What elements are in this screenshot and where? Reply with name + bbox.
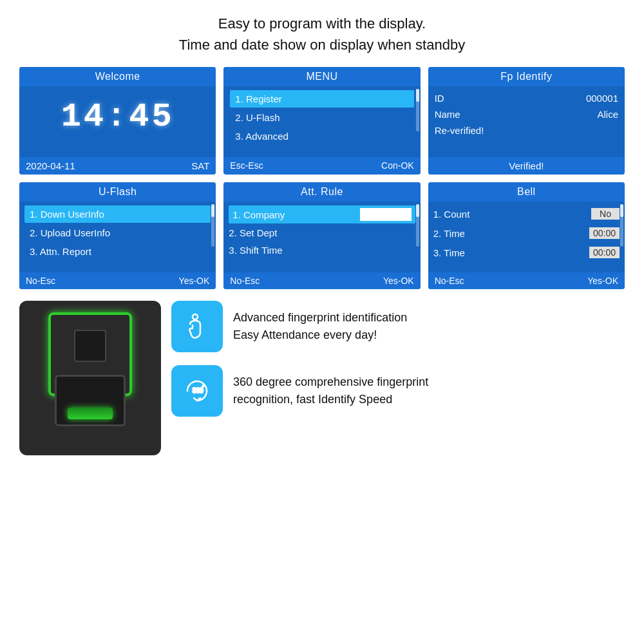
menu-item-1[interactable]: 1. Register — [230, 90, 413, 108]
touch-icon — [181, 310, 213, 343]
fp-body: ID 000001 Name Alice Re-verified! — [428, 86, 625, 157]
menu-title: MENU — [223, 67, 420, 86]
welcome-date: 2020-04-11 — [26, 160, 75, 171]
uflash-title: U-Flash — [19, 182, 216, 202]
bottom-section: Advanced fingerprint identification Easy… — [19, 301, 625, 455]
rotation-icon: 360 ° — [181, 375, 213, 407]
feature-text-1-line2: Easy Attendance every day! — [233, 327, 407, 344]
attrule-footer-right: Yes-OK — [383, 276, 414, 286]
bell-screen: Bell 1. Count No 2. Time 00:00 3. Time 0… — [428, 182, 625, 289]
fp-name-value: Alice — [597, 109, 618, 120]
bell-item-2[interactable]: 2. Time 00:00 — [433, 225, 620, 242]
uflash-footer: No-Esc Yes-OK — [19, 272, 216, 289]
fp-name-label: Name — [435, 109, 460, 120]
fp-id-row: ID 000001 — [435, 91, 618, 105]
fp-title: Fp Identify — [428, 67, 625, 86]
welcome-day: SAT — [191, 160, 209, 171]
uflash-footer-right: Yes-OK — [179, 276, 210, 286]
bell-footer-right: Yes-OK — [587, 276, 618, 286]
attrule-item-1[interactable]: 1. Company — [229, 205, 415, 223]
welcome-screen: Welcome 14:45 2020-04-11 SAT — [19, 67, 216, 175]
touch-icon-box — [171, 301, 223, 352]
bell-scrollbar — [620, 204, 623, 247]
clock-display: 14:45 — [26, 91, 209, 142]
feature-text-2: 360 degree comprehensive fingerprint rec… — [233, 374, 428, 408]
feature-row-1: Advanced fingerprint identification Easy… — [171, 301, 625, 352]
bell-value-1: No — [591, 208, 620, 220]
svg-text:°: ° — [202, 385, 204, 390]
welcome-title: Welcome — [19, 67, 216, 86]
bell-body: 1. Count No 2. Time 00:00 3. Time 00:00 — [428, 202, 625, 272]
fp-verified: Verified! — [509, 160, 544, 171]
svg-point-0 — [193, 314, 198, 319]
header-line2: Time and date show on display when stand… — [179, 34, 465, 55]
attrule-footer-left: No-Esc — [230, 276, 260, 286]
uflash-item-3[interactable]: 3. Attn. Report — [24, 243, 211, 260]
menu-footer-right: Con-OK — [381, 160, 414, 171]
attrule-scrollbar — [416, 204, 419, 247]
attrule-body: 1. Company 2. Set Dept 3. Shift Time — [223, 202, 420, 272]
header-text: Easy to program with the display. Time a… — [179, 13, 465, 55]
attrule-screen: Att. Rule 1. Company 2. Set Dept 3. Shif… — [223, 182, 420, 289]
fp-identify-screen: Fp Identify ID 000001 Name Alice Re-veri… — [428, 67, 625, 175]
menu-item-2[interactable]: 2. U-Flash — [230, 109, 413, 126]
menu-scrollbar — [416, 89, 419, 131]
uflash-screen: U-Flash 1. Down UserInfo 2. Upload UserI… — [19, 182, 216, 289]
device-image — [19, 301, 161, 455]
welcome-body: 14:45 — [19, 86, 216, 157]
bell-value-3: 00:00 — [589, 247, 620, 258]
uflash-body: 1. Down UserInfo 2. Upload UserInfo 3. A… — [19, 202, 216, 272]
screens-grid: Welcome 14:45 2020-04-11 SAT MENU 1. Reg… — [19, 67, 625, 289]
feature-text-2-line2: recognition, fast Identify Speed — [233, 391, 428, 408]
uflash-scrollbar — [211, 204, 214, 247]
menu-item-3[interactable]: 3. Advanced — [230, 128, 413, 145]
bell-item-1[interactable]: 1. Count No — [433, 205, 620, 222]
attrule-footer: No-Esc Yes-OK — [223, 272, 420, 289]
bell-footer-left: No-Esc — [435, 276, 464, 286]
fp-name-row: Name Alice — [435, 108, 618, 121]
fp-id-value: 000001 — [586, 93, 618, 104]
features-section: Advanced fingerprint identification Easy… — [171, 301, 625, 417]
uflash-item-1[interactable]: 1. Down UserInfo — [24, 205, 211, 223]
bell-title: Bell — [428, 182, 625, 202]
attrule-input-box[interactable] — [360, 208, 412, 221]
feature-text-1: Advanced fingerprint identification Easy… — [233, 309, 407, 344]
fp-id-label: ID — [435, 93, 444, 104]
attrule-item-2[interactable]: 2. Set Dept — [229, 225, 415, 241]
bell-footer: No-Esc Yes-OK — [428, 272, 625, 289]
device-fingerprint-area — [55, 375, 126, 426]
menu-footer: Esc-Esc Con-OK — [223, 157, 420, 174]
page: Easy to program with the display. Time a… — [0, 0, 644, 644]
header-line1: Easy to program with the display. — [179, 13, 465, 34]
menu-body: 1. Register 2. U-Flash 3. Advanced — [223, 86, 420, 157]
feature-text-1-line1: Advanced fingerprint identification — [233, 309, 407, 327]
fp-reverified-row: Re-verified! — [435, 124, 618, 137]
fp-sensor — [68, 408, 113, 419]
attrule-title: Att. Rule — [223, 182, 420, 202]
rotation-icon-box: 360 ° — [171, 365, 223, 417]
attrule-item-3[interactable]: 3. Shift Time — [229, 242, 415, 258]
menu-screen: MENU 1. Register 2. U-Flash 3. Advanced … — [223, 67, 420, 175]
fp-verified-bar: Verified! — [428, 157, 625, 175]
device-top-slot — [74, 330, 106, 362]
feature-row-2: 360 ° 360 degree comprehensive fingerpri… — [171, 365, 625, 417]
uflash-item-2[interactable]: 2. Upload UserInfo — [24, 224, 211, 242]
bell-item-3[interactable]: 3. Time 00:00 — [433, 244, 620, 261]
welcome-date-bar: 2020-04-11 SAT — [19, 157, 216, 175]
fp-reverified: Re-verified! — [435, 125, 484, 136]
feature-text-2-line1: 360 degree comprehensive fingerprint — [233, 374, 428, 391]
uflash-footer-left: No-Esc — [26, 276, 55, 286]
bell-value-2: 00:00 — [589, 227, 620, 239]
menu-footer-left: Esc-Esc — [230, 160, 263, 171]
